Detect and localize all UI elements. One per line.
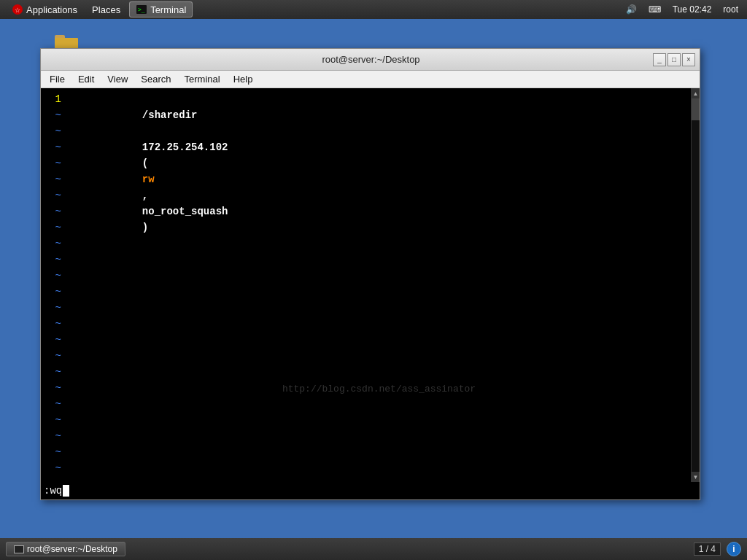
vim-path: /sharedir [142, 109, 198, 121]
window-titlebar: root@server:~/Desktop _ □ × [41, 49, 700, 71]
menu-file[interactable]: File [44, 72, 71, 86]
watermark: http://blog.csdn.net/ass_assinator [282, 384, 476, 394]
maximize-button[interactable]: □ [667, 53, 681, 66]
vim-paren-open: ( [142, 158, 148, 169]
desktop: root@server:~/Desktop _ □ × File Edit Vi… [0, 19, 747, 538]
window-menubar: File Edit View Search Terminal Help [41, 71, 700, 88]
clock: Tue 02:42 [670, 4, 715, 15]
vim-rw: rw [142, 174, 155, 185]
scroll-down-arrow[interactable]: ▼ [692, 472, 700, 482]
app-icon: ☆ [12, 4, 23, 15]
places-menu[interactable]: Places [86, 3, 126, 17]
info-button[interactable]: i [727, 542, 741, 556]
terminal-label: Terminal [150, 4, 186, 15]
scroll-track[interactable] [692, 98, 700, 472]
menu-search[interactable]: Search [135, 72, 177, 86]
terminal-menu[interactable]: >_ Terminal [129, 1, 193, 18]
taskbar-right: 🔊 ⌨ Tue 02:42 root [623, 4, 741, 15]
minimize-button[interactable]: _ [653, 53, 666, 66]
line-number-1: 1 [55, 91, 64, 107]
taskbar-bottom-right: 1 / 4 i [694, 542, 741, 556]
task-label: root@server:~/Desktop [27, 544, 117, 554]
menu-terminal[interactable]: Terminal [179, 72, 226, 86]
vim-ip: 172.25.254.102 [142, 141, 228, 153]
line-numbers: 1 ~ ~ ~ ~ ~ ~ ~ ~ ~ ~ ~ ~ ~ ~ ~ ~ [41, 88, 67, 482]
menu-edit[interactable]: Edit [72, 72, 100, 86]
applications-menu[interactable]: ☆ Applications [6, 2, 83, 17]
vim-spaces [142, 125, 160, 137]
terminal-icon: >_ [136, 4, 147, 15]
scroll-up-arrow[interactable]: ▲ [692, 88, 700, 98]
window-buttons: _ □ × [653, 53, 695, 66]
terminal-window: root@server:~/Desktop _ □ × File Edit Vi… [40, 48, 700, 500]
vim-comma: , [142, 190, 148, 201]
active-window-button[interactable]: root@server:~/Desktop [6, 542, 125, 556]
vim-paren-close: ) [142, 222, 148, 233]
cmd-text: :wq [44, 485, 62, 497]
taskbar-bottom-left: root@server:~/Desktop [6, 542, 125, 556]
taskbar-top: ☆ Applications Places >_ Terminal 🔊 ⌨ Tu… [0, 0, 747, 19]
svg-text:☆: ☆ [15, 7, 20, 14]
menu-view[interactable]: View [101, 72, 133, 86]
window-title: root@server:~/Desktop [89, 54, 653, 65]
user-label: root [720, 4, 741, 15]
cursor-block [63, 485, 69, 497]
vim-line-1: /sharedir 172.25.254.102 ( rw , no_root_… [69, 91, 691, 252]
applications-label: Applications [26, 4, 77, 15]
close-button[interactable]: × [682, 53, 695, 66]
scroll-thumb[interactable] [692, 98, 700, 120]
volume-icon[interactable]: 🔊 [623, 4, 640, 15]
monitor-icon [14, 545, 24, 553]
menu-help[interactable]: Help [228, 72, 259, 86]
terminal-scrollbar[interactable]: ▲ ▼ [691, 88, 700, 482]
places-label: Places [92, 4, 120, 15]
vim-option: no_root_squash [142, 206, 228, 217]
keyboard-icon[interactable]: ⌨ [646, 4, 664, 15]
vim-cmdline: :wq [41, 482, 700, 499]
svg-text:>_: >_ [138, 7, 145, 13]
taskbar-left: ☆ Applications Places >_ Terminal [6, 1, 193, 18]
terminal-text-area[interactable]: /sharedir 172.25.254.102 ( rw , no_root_… [67, 88, 691, 482]
taskbar-bottom: root@server:~/Desktop 1 / 4 i [0, 538, 747, 560]
workspace-pager[interactable]: 1 / 4 [694, 542, 721, 556]
